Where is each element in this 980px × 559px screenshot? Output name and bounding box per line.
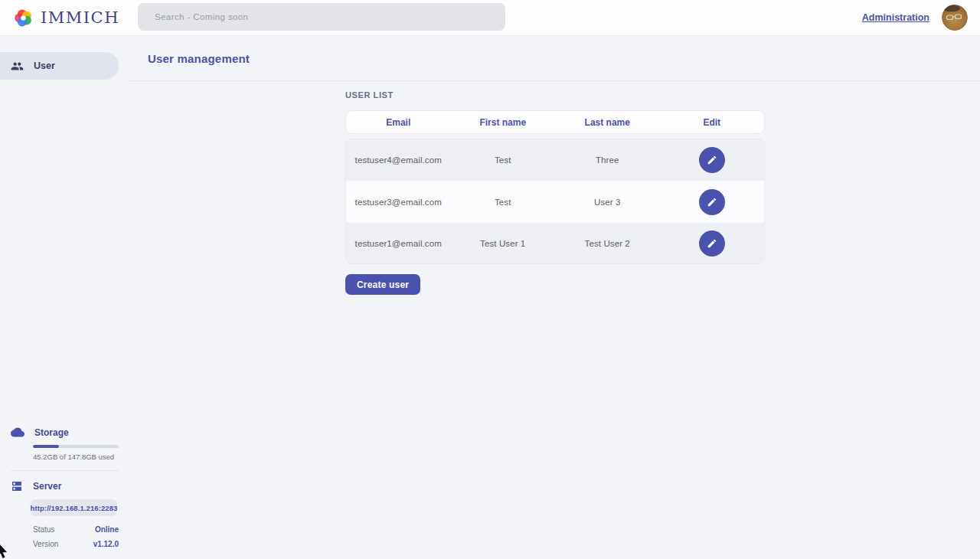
edit-user-button[interactable] (699, 147, 725, 173)
column-header-first-name: First name (479, 117, 526, 128)
search-input[interactable] (138, 3, 505, 31)
server-version-row: Version v1.12.0 (33, 540, 119, 548)
first-name-cell: Test (495, 198, 511, 207)
column-header-last-name: Last name (585, 117, 630, 128)
sidebar-divider (11, 470, 119, 471)
app-body: User Storage 45.2GB of 147.8GB used (0, 36, 980, 559)
page-title: User management (148, 52, 250, 65)
sidebar-item-user[interactable]: User (0, 52, 119, 80)
topbar-right: Administration (862, 5, 980, 31)
email-cell: testuser4@email.com (355, 155, 442, 165)
app-logo[interactable]: IMMICH (0, 8, 119, 28)
immich-flower-icon (13, 8, 34, 28)
sidebar: User Storage 45.2GB of 147.8GB used (0, 36, 130, 559)
edit-user-button[interactable] (699, 230, 725, 257)
table-header-row: Email First name Last name Edit (345, 110, 765, 134)
cloud-icon (11, 427, 24, 437)
user-list-section: USER LIST Email First name Last name Edi… (345, 81, 765, 295)
last-name-cell: Test User 2 (585, 239, 630, 248)
status-value: Online (95, 525, 119, 534)
storage-section-header: Storage (0, 426, 119, 439)
pencil-icon (707, 155, 717, 165)
sidebar-footer: Storage 45.2GB of 147.8GB used Server ht… (0, 426, 119, 548)
avatar-photo-icon (942, 5, 968, 31)
table-row: testuser3@email.com Test User 3 (346, 181, 764, 222)
section-title: USER LIST (345, 90, 765, 100)
storage-progress-bar (33, 445, 119, 448)
server-icon (11, 480, 23, 492)
storage-title: Storage (34, 427, 69, 438)
server-section-header: Server (0, 479, 119, 492)
edit-user-button[interactable] (699, 189, 725, 215)
topbar: IMMICH Administration (0, 0, 980, 36)
server-url-badge: http://192.168.1.216:2283 (31, 499, 117, 516)
brand-wordmark: IMMICH (41, 10, 119, 26)
email-cell: testuser1@email.com (355, 239, 442, 248)
last-name-cell: Three (596, 155, 619, 165)
create-user-button[interactable]: Create user (345, 274, 420, 295)
storage-usage-text: 45.2GB of 147.8GB used (33, 453, 119, 461)
server-title: Server (33, 481, 61, 492)
page-header: User management (130, 36, 980, 81)
user-avatar[interactable] (942, 5, 968, 31)
pencil-icon (707, 238, 717, 249)
version-value: v1.12.0 (93, 540, 119, 548)
column-header-email: Email (386, 117, 410, 128)
email-cell: testuser3@email.com (355, 198, 442, 207)
storage-progress-fill (33, 445, 59, 448)
first-name-cell: Test (495, 155, 511, 165)
table-row: testuser4@email.com Test Three (346, 139, 764, 181)
people-icon (11, 60, 24, 73)
first-name-cell: Test User 1 (480, 239, 525, 248)
table-row: testuser1@email.com Test User 1 Test Use… (346, 222, 764, 263)
sidebar-item-label: User (34, 60, 55, 71)
main-panel: User management USER LIST Email First na… (130, 36, 980, 559)
status-label: Status (33, 525, 54, 534)
column-header-edit: Edit (703, 117, 720, 128)
administration-link[interactable]: Administration (862, 12, 929, 23)
version-label: Version (33, 540, 58, 548)
last-name-cell: User 3 (594, 198, 620, 207)
user-table: testuser4@email.com Test Three testuser3… (345, 139, 765, 264)
server-status-row: Status Online (33, 525, 119, 534)
pencil-icon (707, 197, 717, 208)
